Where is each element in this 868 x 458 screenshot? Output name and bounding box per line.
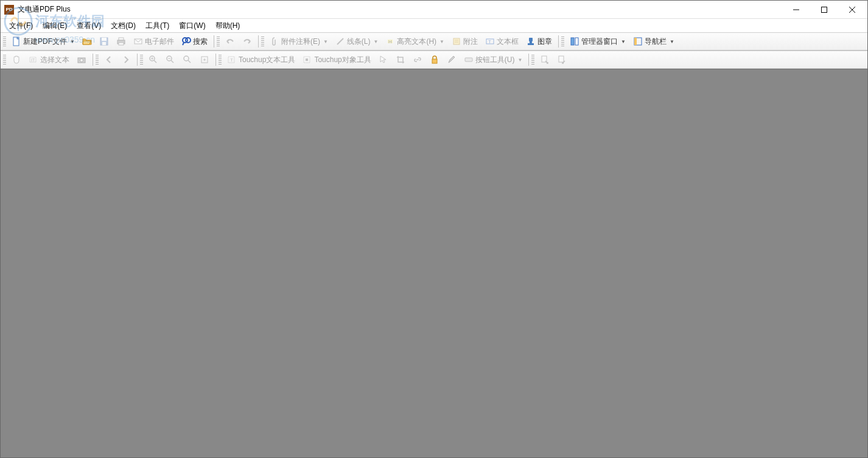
toolbar-grip[interactable]	[261, 35, 264, 48]
menu-tools[interactable]: 工具(T)	[141, 19, 174, 32]
line-icon	[335, 37, 345, 46]
print-icon	[116, 37, 126, 46]
menu-file[interactable]: 文件(F)	[4, 19, 38, 32]
svg-text:H: H	[388, 39, 392, 44]
page-insert-icon	[540, 55, 550, 65]
attachment-icon	[270, 37, 279, 46]
highlight-label: 高亮文本(H)	[397, 37, 436, 47]
svg-rect-25	[530, 41, 532, 43]
menu-document[interactable]: 文档(D)	[106, 19, 141, 32]
button-tool-label: 按钮工具(U)	[475, 55, 515, 65]
menu-edit[interactable]: 编辑(E)	[38, 19, 72, 32]
touchup-object-label: Touchup对象工具	[314, 55, 371, 65]
svg-line-43	[188, 60, 191, 63]
new-pdf-button[interactable]: 新建PDF文件 ▼	[9, 34, 78, 49]
maximize-button[interactable]	[810, 1, 838, 18]
nav-bar-label: 导航栏	[645, 37, 667, 47]
close-button[interactable]	[838, 1, 866, 18]
stamp-button[interactable]: 图章	[523, 34, 555, 49]
svg-rect-27	[571, 38, 574, 45]
search-label: 搜索	[193, 37, 208, 47]
svg-rect-28	[575, 38, 578, 45]
stamp-icon	[526, 37, 536, 46]
textbox-button: T 文本框	[482, 34, 522, 49]
document-viewport	[1, 69, 867, 457]
crop-button	[393, 52, 408, 67]
camera-icon	[77, 55, 86, 65]
email-icon	[133, 37, 143, 46]
link-button	[410, 52, 425, 67]
note-label: 附注	[463, 37, 478, 47]
textbox-icon: T	[485, 37, 495, 46]
touchup-text-button: T Touchup文本工具	[224, 52, 298, 67]
minimize-button[interactable]	[782, 1, 810, 18]
new-pdf-label: 新建PDF文件	[23, 37, 67, 47]
svg-point-42	[184, 56, 189, 61]
select-text-button: IT 选择文本	[26, 52, 72, 67]
touchup-text-label: Touchup文本工具	[239, 55, 295, 65]
touchup-object-button: Touchup对象工具	[299, 52, 374, 67]
svg-rect-54	[559, 56, 564, 62]
toolbar-grip[interactable]	[140, 54, 143, 66]
svg-text:IT: IT	[31, 58, 35, 62]
toolbar-grip[interactable]	[96, 54, 99, 66]
menubar: 文件(F) 编辑(E) 查看(V) 文档(D) 工具(T) 窗口(W) 帮助(H…	[1, 19, 867, 32]
svg-rect-52	[465, 58, 472, 62]
zoom-icon	[183, 55, 192, 65]
open-button[interactable]	[79, 34, 95, 49]
zoom-in-icon	[149, 55, 158, 65]
svg-line-16	[337, 38, 343, 44]
menu-window[interactable]: 窗口(W)	[174, 19, 210, 32]
toolbar-grip[interactable]	[219, 54, 222, 66]
svg-rect-8	[102, 42, 106, 45]
save-button	[96, 34, 112, 49]
arrow-tool-button	[376, 52, 391, 67]
fit-page-button	[197, 52, 212, 67]
zoom-button	[180, 52, 195, 67]
svg-rect-24	[529, 38, 533, 41]
manager-window-label: 管理器窗口	[581, 37, 618, 47]
hand-tool-button	[9, 52, 24, 67]
manager-icon	[570, 37, 579, 46]
toolbar-grip[interactable]	[3, 35, 6, 48]
toolbar-grip[interactable]	[3, 54, 6, 66]
menu-help[interactable]: 帮助(H)	[211, 19, 245, 32]
svg-text:T: T	[230, 57, 233, 63]
svg-point-34	[80, 59, 83, 62]
prev-page-button	[101, 52, 117, 67]
pen-icon	[447, 55, 457, 65]
note-button: 附注	[449, 34, 481, 49]
sign-button	[444, 52, 460, 67]
zoom-out-icon	[166, 55, 175, 65]
svg-line-15	[183, 43, 184, 45]
attachment-annot-button: 附件注释(E) ▼	[267, 34, 331, 49]
lines-button: 线条(L) ▼	[332, 34, 382, 49]
page-extract-icon	[557, 55, 567, 65]
arrow-left-icon	[104, 55, 114, 65]
svg-rect-50	[306, 58, 308, 61]
fit-icon	[200, 55, 209, 65]
toolbar-grip[interactable]	[561, 35, 564, 48]
toolbar-grip[interactable]	[217, 35, 220, 48]
menu-view[interactable]: 查看(V)	[72, 19, 106, 32]
security-button[interactable]	[427, 52, 443, 67]
hand-icon	[12, 55, 21, 65]
search-button[interactable]: 搜索	[178, 34, 211, 49]
manager-window-button[interactable]: 管理器窗口 ▼	[567, 34, 629, 49]
textbox-label: 文本框	[497, 37, 519, 47]
select-text-label: 选择文本	[40, 55, 69, 65]
chevron-down-icon: ▼	[70, 39, 75, 44]
touchup-object-icon	[303, 55, 312, 65]
app-icon: PD	[4, 5, 14, 15]
print-button	[113, 34, 129, 49]
toolbar-grip[interactable]	[531, 54, 534, 66]
button-tool-button: 按钮工具(U) ▼	[461, 52, 526, 67]
svg-rect-7	[102, 38, 107, 41]
save-icon	[99, 37, 109, 46]
svg-rect-2	[822, 7, 827, 12]
svg-rect-11	[119, 43, 124, 45]
chevron-down-icon: ▼	[374, 39, 379, 44]
cursor-icon	[379, 55, 388, 65]
nav-bar-button[interactable]: 导航栏 ▼	[630, 34, 677, 49]
titlebar: PD 文电通PDF Plus	[1, 1, 867, 19]
